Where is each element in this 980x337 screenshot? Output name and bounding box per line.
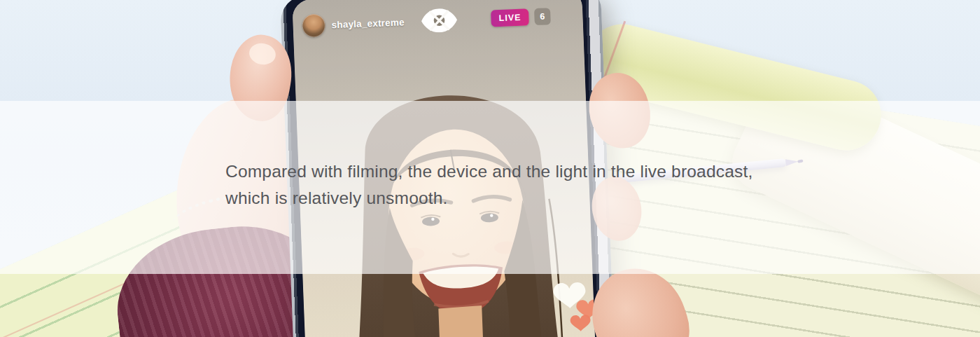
caption-line-1: Compared with filming, the device and th… <box>225 158 753 185</box>
woman-neck <box>438 305 484 337</box>
caption-overlay-band: Compared with filming, the device and th… <box>0 101 980 274</box>
thumb-nail <box>248 41 278 67</box>
photo-scene: shayla_extreme LIVE 6 <box>0 0 980 337</box>
close-button[interactable] <box>559 7 577 25</box>
caption-line-2: which is relatively unsmooth. <box>225 185 753 212</box>
caption-text: Compared with filming, the device and th… <box>225 158 753 211</box>
